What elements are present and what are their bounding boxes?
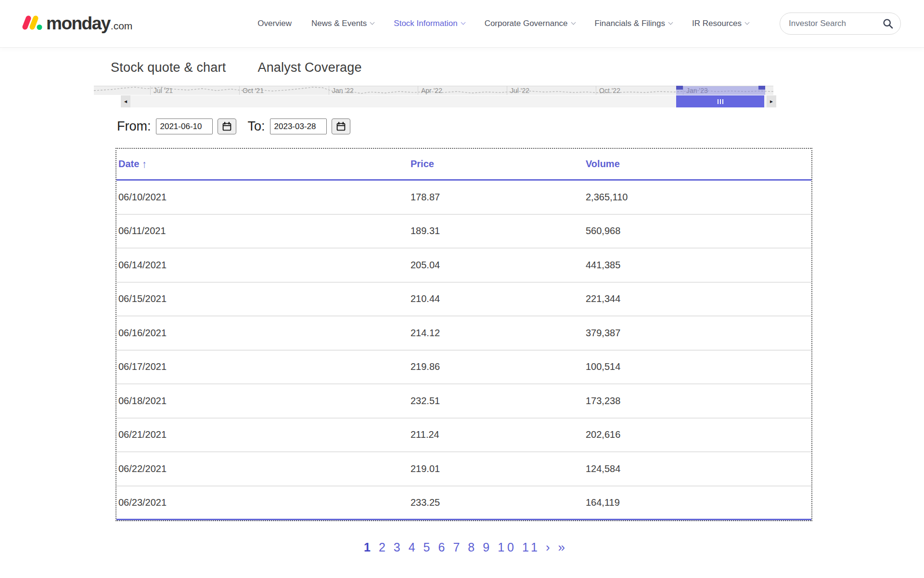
from-calendar-button[interactable] bbox=[218, 118, 236, 134]
table-row: 06/10/2021 178.87 2,365,110 bbox=[116, 181, 811, 215]
cell-volume: 560,968 bbox=[586, 225, 811, 236]
table-header-row: Date ↑ Price Volume bbox=[116, 149, 811, 181]
column-header-volume[interactable]: Volume bbox=[586, 158, 811, 170]
from-label: From: bbox=[117, 119, 151, 134]
navigator-gridline bbox=[596, 86, 596, 95]
from-date-input[interactable] bbox=[156, 118, 213, 134]
nav-item-label: Overview bbox=[257, 19, 292, 28]
cell-price: 232.51 bbox=[411, 395, 586, 407]
tick-label: Jul '22 bbox=[510, 87, 529, 94]
page-link-4[interactable]: 4 bbox=[409, 540, 415, 554]
logo-name: monday bbox=[46, 13, 110, 34]
navigator-gridline bbox=[507, 86, 507, 95]
nav-item-financials-filings[interactable]: Financials & Filings bbox=[595, 19, 672, 28]
cell-date: 06/21/2021 bbox=[116, 429, 411, 440]
page-link-1[interactable]: 1 bbox=[364, 540, 371, 554]
navigator-gridline bbox=[150, 86, 151, 95]
page-link-8[interactable]: 8 bbox=[468, 540, 475, 554]
cell-date: 06/15/2021 bbox=[116, 293, 411, 304]
nav-item-corporate-governance[interactable]: Corporate Governance bbox=[485, 19, 575, 28]
cell-price: 233.25 bbox=[411, 497, 586, 508]
navigator-selected-range[interactable] bbox=[676, 86, 765, 95]
cell-date: 06/10/2021 bbox=[116, 192, 411, 203]
cell-date: 06/17/2021 bbox=[116, 361, 411, 372]
logo-tld: .com bbox=[111, 20, 133, 32]
chevron-down-icon bbox=[370, 20, 375, 25]
navigator-scrollbar-thumb[interactable] bbox=[676, 95, 764, 107]
stock-subnav: Stock quote & chart Analyst Coverage bbox=[0, 47, 924, 88]
page-link-11[interactable]: 11 bbox=[522, 540, 540, 554]
column-label: Price bbox=[411, 158, 434, 170]
cell-volume: 124,584 bbox=[586, 463, 811, 474]
top-navigation-bar: monday .com Overview News & Events Stock… bbox=[0, 0, 924, 47]
monday-logo[interactable]: monday .com bbox=[20, 13, 132, 35]
investor-search-box bbox=[780, 13, 901, 35]
cell-price: 205.04 bbox=[411, 260, 586, 271]
calendar-icon bbox=[336, 121, 346, 131]
column-label: Date bbox=[118, 158, 139, 170]
subnav-item-stock-quote-chart[interactable]: Stock quote & chart bbox=[111, 60, 226, 75]
cell-date: 06/11/2021 bbox=[116, 225, 411, 236]
cell-volume: 100,514 bbox=[586, 361, 811, 372]
stock-information-page: monday .com Overview News & Events Stock… bbox=[0, 0, 924, 578]
nav-item-ir-resources[interactable]: IR Resources bbox=[692, 19, 749, 28]
tick-label: Apr '22 bbox=[421, 87, 442, 94]
cell-date: 06/23/2021 bbox=[116, 497, 411, 508]
page-link-6[interactable]: 6 bbox=[438, 540, 445, 554]
page-link-7[interactable]: 7 bbox=[453, 540, 460, 554]
cell-volume: 202,616 bbox=[586, 429, 811, 440]
page-link-5[interactable]: 5 bbox=[424, 540, 430, 554]
cell-price: 211.24 bbox=[411, 429, 586, 440]
to-calendar-button[interactable] bbox=[332, 118, 350, 134]
cell-volume: 379,387 bbox=[586, 328, 811, 339]
cell-date: 06/14/2021 bbox=[116, 260, 411, 271]
page-link-9[interactable]: 9 bbox=[483, 540, 489, 554]
date-range-filters: From: To: bbox=[117, 118, 350, 134]
column-header-price[interactable]: Price bbox=[411, 158, 586, 170]
table-row: 06/17/2021 219.86 100,514 bbox=[116, 351, 811, 385]
page-link-10[interactable]: 10 bbox=[498, 540, 517, 554]
cell-price: 214.12 bbox=[411, 328, 586, 339]
tick-label: Oct '22 bbox=[599, 87, 620, 94]
cell-date: 06/22/2021 bbox=[116, 463, 411, 474]
navigator-gridline bbox=[239, 86, 240, 95]
navigator-gridline bbox=[329, 86, 329, 95]
column-label: Volume bbox=[586, 158, 620, 170]
nav-item-stock-information[interactable]: Stock Information bbox=[394, 19, 464, 28]
investor-search-input[interactable] bbox=[789, 19, 882, 28]
page-link-2[interactable]: 2 bbox=[379, 540, 385, 554]
last-page-icon[interactable]: » bbox=[558, 541, 564, 553]
navigator-band[interactable]: Jul '21 Oct '21 Jan '22 Apr '22 Jul '22 … bbox=[94, 86, 773, 95]
range-handle-left[interactable] bbox=[676, 86, 683, 90]
to-label: To: bbox=[248, 119, 265, 134]
navigator-gridline bbox=[418, 86, 418, 95]
cell-volume: 173,238 bbox=[586, 395, 811, 407]
page-link-3[interactable]: 3 bbox=[394, 540, 400, 554]
cell-price: 219.86 bbox=[411, 361, 586, 372]
sort-ascending-icon: ↑ bbox=[142, 158, 147, 170]
next-page-icon[interactable]: › bbox=[546, 541, 550, 553]
thumb-grip-icon bbox=[722, 99, 723, 104]
to-date-input[interactable] bbox=[270, 118, 327, 134]
chevron-down-icon bbox=[745, 20, 750, 25]
range-handle-right[interactable] bbox=[758, 86, 765, 90]
table-row: 06/22/2021 219.01 124,584 bbox=[116, 452, 811, 486]
chevron-down-icon bbox=[461, 20, 465, 25]
monday-logo-icon bbox=[20, 13, 42, 35]
scrollbar-left-arrow[interactable]: ◄ bbox=[121, 95, 130, 107]
search-icon[interactable] bbox=[882, 18, 894, 29]
cell-price: 189.31 bbox=[411, 225, 586, 236]
column-header-date[interactable]: Date ↑ bbox=[116, 158, 411, 170]
pagination: 1 2 3 4 5 6 7 8 9 10 11 › » bbox=[116, 538, 812, 557]
cell-volume: 441,385 bbox=[586, 260, 811, 271]
cell-volume: 221,344 bbox=[586, 293, 811, 304]
subnav-item-analyst-coverage[interactable]: Analyst Coverage bbox=[257, 60, 361, 75]
cell-volume: 2,365,110 bbox=[586, 192, 811, 203]
nav-item-label: Financials & Filings bbox=[595, 19, 665, 28]
scrollbar-right-arrow[interactable]: ► bbox=[767, 95, 776, 107]
nav-item-overview[interactable]: Overview bbox=[257, 19, 292, 28]
cell-date: 06/16/2021 bbox=[116, 328, 411, 339]
chevron-down-icon bbox=[668, 20, 673, 25]
thumb-grip-icon bbox=[718, 99, 719, 104]
nav-item-news-events[interactable]: News & Events bbox=[311, 19, 374, 28]
